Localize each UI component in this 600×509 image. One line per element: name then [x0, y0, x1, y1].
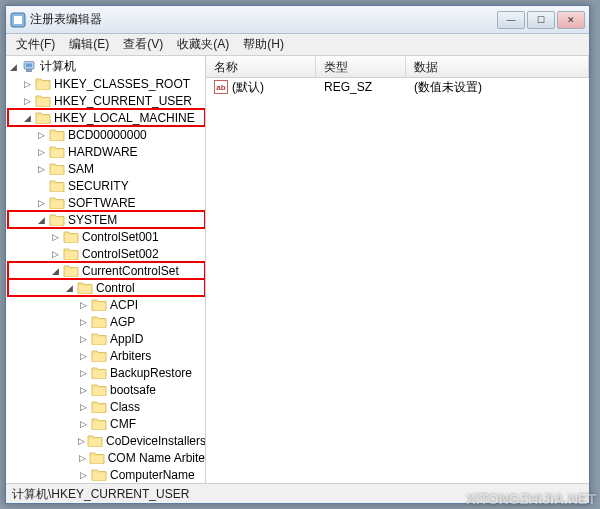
expander-icon[interactable]: ▷ [78, 384, 89, 395]
folder-icon [91, 332, 107, 345]
close-button[interactable]: ✕ [557, 11, 585, 29]
tree-item[interactable]: ▷ControlSet001 [8, 228, 205, 245]
expander-icon[interactable]: ▷ [78, 401, 89, 412]
expander-icon[interactable]: ◢ [36, 214, 47, 225]
computer-icon [21, 60, 37, 73]
tree-label: bootsafe [110, 383, 156, 397]
expander-icon[interactable]: ▷ [78, 367, 89, 378]
tree-label: CoDeviceInstallers [106, 434, 206, 448]
folder-icon [35, 77, 51, 90]
expander-icon[interactable]: ▷ [36, 146, 47, 157]
menu-file[interactable]: 文件(F) [10, 34, 61, 55]
tree-item[interactable]: ▷COM Name Arbite [8, 449, 205, 466]
tree-item[interactable]: ▷ComputerName [8, 466, 205, 483]
folder-icon [91, 468, 107, 481]
folder-icon [91, 400, 107, 413]
titlebar[interactable]: 注册表编辑器 — ☐ ✕ [6, 6, 589, 34]
tree-item[interactable]: ▷BackupRestore [8, 364, 205, 381]
tree-item-ccs[interactable]: ◢CurrentControlSet [8, 262, 205, 279]
tree-label: SECURITY [68, 179, 129, 193]
tree-item[interactable]: ▷Class [8, 398, 205, 415]
folder-icon [49, 128, 65, 141]
expander-icon[interactable]: ▷ [22, 95, 33, 106]
folder-icon [49, 196, 65, 209]
window-title: 注册表编辑器 [30, 11, 497, 28]
col-name[interactable]: 名称 [206, 56, 316, 77]
tree-item[interactable]: ▷CMF [8, 415, 205, 432]
menu-help[interactable]: 帮助(H) [237, 34, 290, 55]
expander-icon[interactable]: ◢ [64, 282, 75, 293]
tree-item[interactable]: ▷BCD00000000 [8, 126, 205, 143]
tree-item[interactable]: ▷SAM [8, 160, 205, 177]
folder-icon [35, 94, 51, 107]
statusbar: 计算机\HKEY_CURRENT_USER [6, 483, 589, 503]
folder-icon [63, 247, 79, 260]
tree-item[interactable]: ▷bootsafe [8, 381, 205, 398]
tree-label: 计算机 [40, 58, 76, 75]
tree-label: COM Name Arbite [108, 451, 205, 465]
expander-icon[interactable]: ▷ [78, 418, 89, 429]
tree-item[interactable]: ▷ACPI [8, 296, 205, 313]
value-name: (默认) [232, 79, 264, 96]
expander-icon[interactable]: ▷ [78, 452, 87, 463]
expander-icon[interactable]: ▷ [78, 333, 89, 344]
expander-icon[interactable]: ▷ [78, 350, 89, 361]
folder-icon [91, 366, 107, 379]
tree-item[interactable]: ▷SOFTWARE [8, 194, 205, 211]
maximize-button[interactable]: ☐ [527, 11, 555, 29]
tree-label: ControlSet002 [82, 247, 159, 261]
tree-item-control[interactable]: ◢Control [8, 279, 205, 296]
col-type[interactable]: 类型 [316, 56, 406, 77]
tree-item[interactable]: ▷ControlSet002 [8, 245, 205, 262]
folder-icon [91, 349, 107, 362]
list-pane[interactable]: 名称 类型 数据 ab (默认) REG_SZ (数值未设置) [206, 56, 589, 483]
tree-item[interactable]: ·SECURITY [8, 177, 205, 194]
folder-icon [87, 434, 103, 447]
tree-label: ACPI [110, 298, 138, 312]
tree-label: SOFTWARE [68, 196, 136, 210]
tree-item[interactable]: ▷Arbiters [8, 347, 205, 364]
expander-icon[interactable]: ▷ [50, 231, 61, 242]
tree-pane[interactable]: ◢ 计算机 ▷ HKEY_CLASSES_ROOT ▷ HKEY_CURRENT… [6, 56, 206, 483]
folder-icon [49, 213, 65, 226]
folder-icon [35, 111, 51, 124]
col-data[interactable]: 数据 [406, 56, 589, 77]
folder-icon [89, 451, 105, 464]
expander-icon[interactable]: ▷ [78, 435, 85, 446]
tree-item[interactable]: ▷CoDeviceInstallers [8, 432, 205, 449]
expander-icon[interactable]: ▷ [22, 78, 33, 89]
menu-view[interactable]: 查看(V) [117, 34, 169, 55]
expander-icon[interactable]: ▷ [36, 197, 47, 208]
expander-icon[interactable]: ▷ [78, 316, 89, 327]
tree-item[interactable]: ▷ HKEY_CLASSES_ROOT [8, 75, 205, 92]
expander-icon[interactable]: ▷ [36, 163, 47, 174]
tree-item[interactable]: ▷AGP [8, 313, 205, 330]
folder-icon [91, 417, 107, 430]
expander-icon[interactable]: ◢ [50, 265, 61, 276]
tree-label: HARDWARE [68, 145, 138, 159]
expander-icon[interactable]: ▷ [36, 129, 47, 140]
list-row[interactable]: ab (默认) REG_SZ (数值未设置) [206, 78, 589, 96]
expander-icon[interactable]: ◢ [22, 112, 33, 123]
expander-icon[interactable]: ▷ [78, 469, 89, 480]
string-value-icon: ab [214, 80, 228, 94]
expander-icon[interactable]: ▷ [78, 299, 89, 310]
tree-label: AppID [110, 332, 143, 346]
content: ◢ 计算机 ▷ HKEY_CLASSES_ROOT ▷ HKEY_CURRENT… [6, 56, 589, 483]
tree-label: CurrentControlSet [82, 264, 179, 278]
tree-item[interactable]: ▷HARDWARE [8, 143, 205, 160]
expander-icon[interactable]: ▷ [50, 248, 61, 259]
tree-root[interactable]: ◢ 计算机 [8, 58, 205, 75]
folder-icon [63, 264, 79, 277]
tree-label: HKEY_LOCAL_MACHINE [54, 111, 195, 125]
tree-item[interactable]: ▷AppID [8, 330, 205, 347]
folder-icon [91, 298, 107, 311]
minimize-button[interactable]: — [497, 11, 525, 29]
tree-label: CMF [110, 417, 136, 431]
tree-item-system[interactable]: ◢SYSTEM [8, 211, 205, 228]
menu-favorites[interactable]: 收藏夹(A) [171, 34, 235, 55]
tree-item-hklm[interactable]: ◢ HKEY_LOCAL_MACHINE [8, 109, 205, 126]
menu-edit[interactable]: 编辑(E) [63, 34, 115, 55]
expander-icon[interactable]: ◢ [8, 61, 19, 72]
tree-item[interactable]: ▷ HKEY_CURRENT_USER [8, 92, 205, 109]
